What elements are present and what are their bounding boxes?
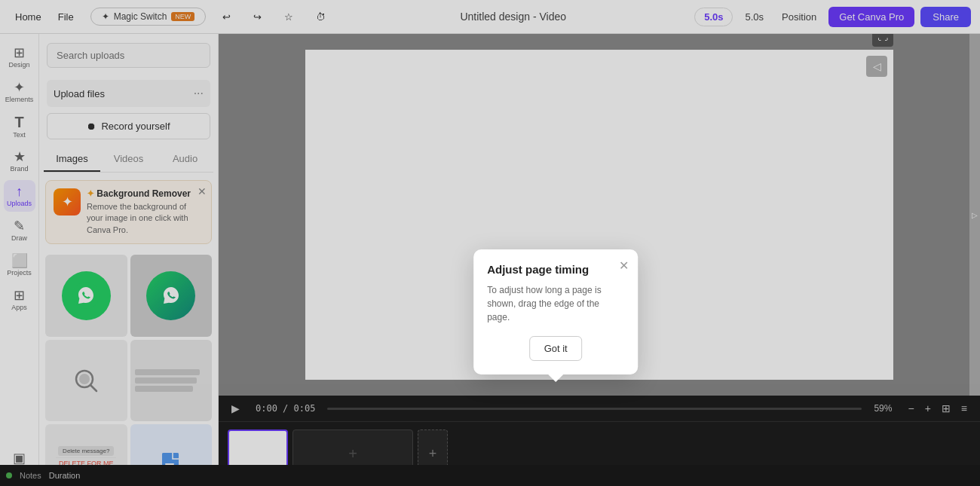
modal-arrow <box>548 374 563 382</box>
modal-title: Adjust page timing <box>487 263 624 276</box>
got-it-button[interactable]: Got it <box>530 336 582 361</box>
modal-container: Adjust page timing ✕ To adjust how long … <box>473 249 638 374</box>
modal-close-button[interactable]: ✕ <box>619 258 629 273</box>
modal-overlay: Adjust page timing ✕ To adjust how long … <box>0 0 980 486</box>
adjust-timing-modal: Adjust page timing ✕ To adjust how long … <box>473 249 638 374</box>
modal-description: To adjust how long a page is shown, drag… <box>487 283 624 324</box>
